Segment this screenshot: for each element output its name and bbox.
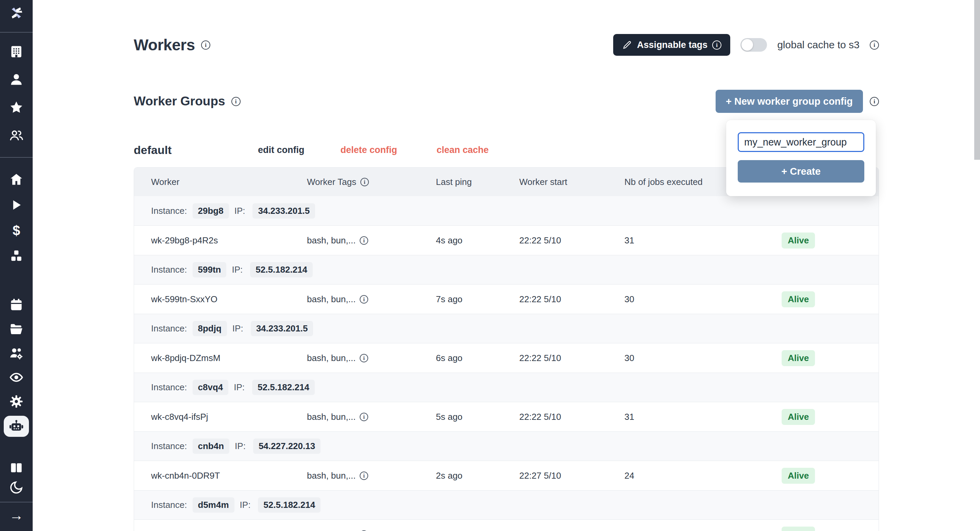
worker-tags: bash, bun,... [307, 294, 356, 304]
vertical-scrollbar[interactable] [974, 0, 980, 160]
groups-admin-icon[interactable] [8, 345, 24, 361]
groups-icon[interactable] [8, 127, 24, 143]
star-icon[interactable] [8, 99, 24, 116]
last-ping: 7s ago [436, 294, 519, 304]
new-config-info-icon[interactable] [870, 97, 879, 106]
worker-tags: bash, bun,... [307, 529, 356, 531]
worker-groups-info-icon[interactable] [231, 97, 240, 106]
worker-name: wk-29bg8-p4R2s [151, 235, 307, 246]
sidebar-divider [0, 157, 33, 158]
workspace-icon[interactable] [8, 43, 24, 60]
assignable-tags-button[interactable]: Assignable tags [613, 34, 730, 56]
ip-badge: 54.227.220.13 [253, 439, 321, 454]
worker-row: wk-29bg8-p4R2s bash, bun,... 4s ago 22:2… [134, 225, 878, 255]
new-worker-group-config-button[interactable]: + New worker group config [716, 90, 863, 113]
variables-dollar-icon[interactable]: $ [8, 222, 24, 239]
worker-name: wk-8pdjq-DZmsM [151, 353, 307, 363]
assignable-tags-info-icon[interactable] [712, 40, 721, 50]
worker-tags: bash, bun,... [307, 353, 356, 363]
instance-row: Instance: 599tn IP: 52.5.182.214 [134, 255, 878, 284]
schedules-calendar-icon[interactable] [8, 297, 24, 313]
workers-robot-icon-active[interactable] [4, 416, 29, 437]
worker-group-name-input[interactable] [738, 132, 864, 152]
instance-row: Instance: d5m4m IP: 52.5.182.214 [134, 490, 878, 520]
runs-play-icon[interactable] [8, 197, 24, 213]
page-title: Workers [134, 36, 195, 54]
col-last-ping: Last ping [436, 177, 519, 187]
jobs-executed: 40 [624, 529, 782, 531]
jobs-executed: 31 [624, 412, 782, 422]
status-badge: Alive [782, 526, 815, 531]
col-worker-tags-label: Worker Tags [307, 177, 356, 187]
instance-label: Instance: [151, 265, 187, 275]
worker-row: wk-c8vq4-ifsPj bash, bun,... 5s ago 22:2… [134, 402, 878, 431]
ip-label: IP: [232, 323, 243, 334]
home-icon[interactable] [8, 171, 24, 188]
ip-badge: 52.5.182.214 [258, 497, 321, 513]
jobs-executed: 31 [624, 235, 782, 246]
worker-start: 22:22 5/10 [519, 235, 624, 246]
tags-info-icon[interactable] [360, 295, 368, 304]
worker-start: 22:22 5/10 [519, 294, 624, 304]
status-badge: Alive [782, 291, 815, 308]
assignable-tags-label: Assignable tags [637, 40, 708, 50]
tags-info-icon[interactable] [360, 236, 368, 245]
resources-cubes-icon[interactable] [8, 248, 24, 264]
worker-row: wk-599tn-SxxYO bash, bun,... 7s ago 22:2… [134, 284, 878, 314]
expand-arrow-icon[interactable]: → [8, 507, 24, 523]
instance-row: Instance: 29bg8 IP: 34.233.201.5 [134, 196, 878, 225]
folders-icon[interactable] [8, 321, 24, 337]
worker-groups-heading: Worker Groups [134, 94, 225, 108]
last-ping: 4s ago [436, 235, 519, 246]
instance-row: Instance: cnb4n IP: 54.227.220.13 [134, 431, 878, 461]
clean-cache-link[interactable]: clean cache [437, 145, 488, 155]
worker-row-partial: wk-d5m4m-... bash, bun,... 5s ago 22:22 … [134, 520, 878, 531]
status-badge: Alive [782, 233, 815, 249]
toggle-knob [741, 39, 753, 51]
instance-row: Instance: c8vq4 IP: 52.5.182.214 [134, 372, 878, 402]
ip-label: IP: [235, 441, 246, 452]
worker-name: wk-d5m4m-... [151, 529, 307, 531]
ip-label: IP: [232, 265, 243, 275]
col-worker-start: Worker start [519, 177, 624, 187]
worker-tags-info-icon[interactable] [360, 178, 369, 186]
global-cache-toggle[interactable] [740, 38, 767, 52]
edit-config-link[interactable]: edit config [258, 145, 305, 155]
user-icon[interactable] [8, 71, 24, 88]
instance-id-badge: c8vq4 [192, 380, 229, 395]
docs-book-icon[interactable] [8, 460, 24, 476]
tags-info-icon[interactable] [360, 471, 368, 480]
worker-start: 22:22 5/10 [519, 412, 624, 422]
instance-label: Instance: [151, 382, 187, 393]
main-area: Workers Assignable tags global cache to … [33, 0, 980, 531]
group-name: default [134, 143, 258, 157]
instance-row: Instance: 8pdjq IP: 34.233.201.5 [134, 314, 878, 343]
sidebar: $ → [0, 0, 33, 531]
delete-config-link[interactable]: delete config [340, 145, 398, 155]
worker-tags: bash, bun,... [307, 471, 356, 481]
worker-row: wk-8pdjq-DZmsM bash, bun,... 6s ago 22:2… [134, 343, 878, 372]
worker-start: 22:27 5/10 [519, 471, 624, 481]
ip-badge: 52.5.182.214 [250, 262, 313, 277]
tags-info-icon[interactable] [360, 413, 368, 421]
settings-gear-icon[interactable] [8, 393, 24, 410]
last-ping: 6s ago [436, 353, 519, 363]
jobs-executed: 30 [624, 294, 782, 304]
windmill-logo-icon[interactable] [8, 5, 24, 21]
tags-info-icon[interactable] [360, 354, 368, 362]
instance-id-badge: cnb4n [192, 439, 230, 454]
instance-id-badge: 8pdjq [192, 321, 227, 336]
col-worker: Worker [151, 177, 307, 187]
workers-table: Worker Worker Tags Last ping Worker star… [134, 167, 879, 531]
worker-name: wk-599tn-SxxYO [151, 294, 307, 304]
create-button[interactable]: + Create [738, 160, 864, 182]
dark-mode-moon-icon[interactable] [8, 479, 24, 496]
last-ping: 2s ago [436, 471, 519, 481]
sidebar-divider [0, 32, 33, 33]
global-cache-info-icon[interactable] [870, 40, 879, 50]
workers-info-icon[interactable] [201, 40, 210, 50]
audit-eye-icon[interactable] [8, 369, 24, 385]
worker-start: 22:22 5/10 [519, 353, 624, 363]
instance-label: Instance: [151, 500, 187, 510]
ip-badge: 34.233.201.5 [253, 203, 315, 219]
